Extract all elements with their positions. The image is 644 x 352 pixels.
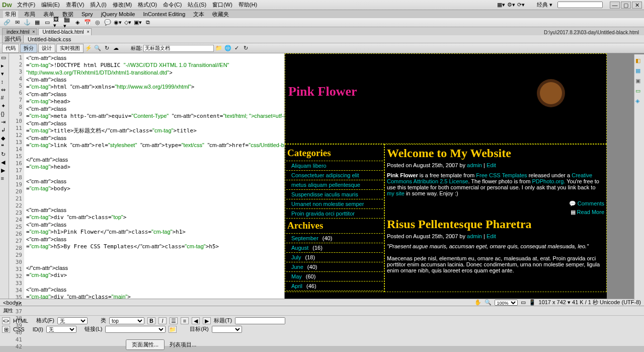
id-select[interactable]: 无 <box>46 326 76 333</box>
collapse-icon[interactable]: ▸ <box>1 62 8 69</box>
bold-button[interactable]: B <box>147 317 155 324</box>
snippet-icon[interactable]: ◆ <box>1 135 8 142</box>
maximize-button[interactable]: ▢ <box>621 2 631 9</box>
close-button[interactable]: ✕ <box>632 2 642 9</box>
comment-icon[interactable]: 💬 <box>104 19 112 26</box>
link-select[interactable] <box>105 326 166 333</box>
design-view[interactable]: Pink Flower <box>285 53 644 299</box>
class-select[interactable]: top <box>109 317 144 324</box>
page-properties-button[interactable]: 页面属性... <box>126 339 165 350</box>
div-icon[interactable]: ▭ <box>43 19 51 26</box>
edit-link[interactable]: Edit <box>487 162 496 168</box>
close-icon[interactable]: × <box>87 29 90 34</box>
archive-item[interactable]: July(18) <box>286 252 383 262</box>
category-item[interactable]: Urnanet non molestie semper <box>286 199 383 209</box>
ul-button[interactable]: ☰ <box>170 317 178 324</box>
insert-tab[interactable]: InContext Editing <box>141 11 187 17</box>
indent-button[interactable]: ▶ <box>203 317 211 324</box>
admin-link[interactable]: admin <box>467 162 482 168</box>
assets-panel-icon[interactable]: ◈ <box>635 98 643 106</box>
menu-item[interactable]: 格式(O) <box>135 2 160 8</box>
archive-item[interactable]: May(60) <box>286 271 383 281</box>
anchor-icon[interactable]: ⚓ <box>23 19 31 26</box>
indent-left-icon[interactable]: ◀ <box>1 159 8 166</box>
date-icon[interactable]: 📅 <box>84 19 92 26</box>
wrap-icon[interactable]: ↲ <box>1 127 8 134</box>
tag-icon[interactable]: ⧉ <box>144 19 152 26</box>
comment-icon[interactable]: ❝ <box>1 143 8 150</box>
files-panel-icon[interactable]: ▭ <box>635 88 643 96</box>
insert-tab[interactable]: 布局 <box>22 11 37 18</box>
doc-title-input[interactable] <box>143 45 214 52</box>
outdent-button[interactable]: ◀ <box>192 317 200 324</box>
properties-header[interactable]: 属性 <box>0 306 644 316</box>
gear-icon[interactable]: ⚙▾ <box>507 2 515 8</box>
menu-item[interactable]: 窗口(W) <box>209 2 235 8</box>
view-button[interactable]: 拆分 <box>20 44 37 53</box>
image-icon[interactable]: 🖼▾ <box>53 19 61 26</box>
menu-item[interactable]: 修改(M) <box>110 2 135 8</box>
menu-item[interactable]: 查看(V) <box>63 2 88 8</box>
balance-icon[interactable]: ⇔ <box>1 87 8 94</box>
server-icon[interactable]: ◎ <box>94 19 102 26</box>
inspect-icon[interactable]: 🔍 <box>94 45 102 52</box>
file-mgmt-icon[interactable]: 📁 <box>215 45 223 52</box>
source-code-button[interactable]: 源代码 <box>2 35 24 43</box>
insert-tab[interactable]: Spry <box>79 11 95 17</box>
validate-icon[interactable]: ✓ <box>233 45 241 52</box>
highlight-icon[interactable]: ✦ <box>1 103 8 110</box>
category-item[interactable]: metus aliquam pellentesque <box>286 180 383 190</box>
config-icon[interactable]: ▦▾ <box>497 2 505 8</box>
email-icon[interactable]: ✉ <box>13 19 21 26</box>
hyperlink-icon[interactable]: 🔗 <box>3 19 11 26</box>
table-icon[interactable]: ▦ <box>33 19 41 26</box>
edit-link[interactable]: Edit <box>487 233 496 239</box>
category-item[interactable]: Aliquam libero <box>286 161 383 171</box>
css-mode-button[interactable]: ⊞ <box>2 326 10 333</box>
business-catalyst-icon[interactable]: ▣ <box>635 78 643 86</box>
italic-button[interactable]: I <box>158 317 167 324</box>
hand-tool-icon[interactable]: ✋ <box>474 299 481 306</box>
auto-indent-icon[interactable]: ⇥ <box>1 119 8 126</box>
menu-item[interactable]: 文件(F) <box>14 2 38 8</box>
search-input[interactable] <box>557 2 603 8</box>
title-input[interactable] <box>235 317 285 324</box>
insert-tab[interactable]: jQuery Mobile <box>99 11 137 17</box>
widget-icon[interactable]: ◈ <box>73 19 82 26</box>
view-size-icon[interactable]: ▭ <box>521 299 526 306</box>
refresh-icon[interactable]: ⟳▾ <box>517 2 525 8</box>
zoom-tool-icon[interactable]: 🔍 <box>485 299 492 306</box>
menu-item[interactable]: 编辑(E) <box>38 2 63 8</box>
templates-icon[interactable]: ▣▾ <box>134 19 142 26</box>
menu-item[interactable]: 插入(I) <box>87 2 109 8</box>
head-icon[interactable]: ◉▾ <box>114 19 122 26</box>
zoom-select[interactable]: 100% <box>495 300 518 306</box>
cloud-icon[interactable]: ☁ <box>112 45 120 52</box>
insert-tab[interactable]: 收藏夹 <box>210 11 231 18</box>
archive-item[interactable]: September(40) <box>286 233 383 243</box>
document-tab[interactable]: Untitled-black.html× <box>38 28 92 35</box>
readmore-link[interactable]: Read More <box>577 209 604 215</box>
line-num-icon[interactable]: # <box>1 95 8 102</box>
insert-tab[interactable]: 文本 <box>191 11 206 18</box>
check-icon[interactable]: ↻ <box>242 45 250 52</box>
view-button[interactable]: 代码 <box>2 44 19 53</box>
comments-link[interactable]: Comments <box>578 200 604 206</box>
refresh-design-icon[interactable]: ↻ <box>103 45 111 52</box>
workspace-selector[interactable]: 经典 ▾ <box>537 1 552 9</box>
ap-elements-icon[interactable]: ▦ <box>635 67 643 76</box>
tag-selector[interactable]: <body> <box>3 300 22 306</box>
view-button[interactable]: 实时视图 <box>56 44 84 53</box>
select-parent-icon[interactable]: ↕ <box>1 79 8 86</box>
syntax-icon[interactable]: {} <box>1 111 8 118</box>
category-item[interactable]: Proin gravida orci porttitor <box>286 208 383 219</box>
format-select[interactable]: 无 <box>57 317 88 324</box>
menu-item[interactable]: 命令(C) <box>160 2 185 8</box>
format-icon[interactable]: ≡ <box>1 175 8 182</box>
css-panel-icon[interactable]: ◧ <box>635 57 643 65</box>
live-code-icon[interactable]: ⚡ <box>85 45 93 52</box>
device-icon[interactable]: 📱 <box>529 299 536 306</box>
code-editor[interactable]: <"cm-attr">class="cm-tag">!DOCTYPE html … <box>24 53 284 299</box>
archive-item[interactable]: August(16) <box>286 243 383 253</box>
html-mode-button[interactable]: <> <box>2 317 10 324</box>
